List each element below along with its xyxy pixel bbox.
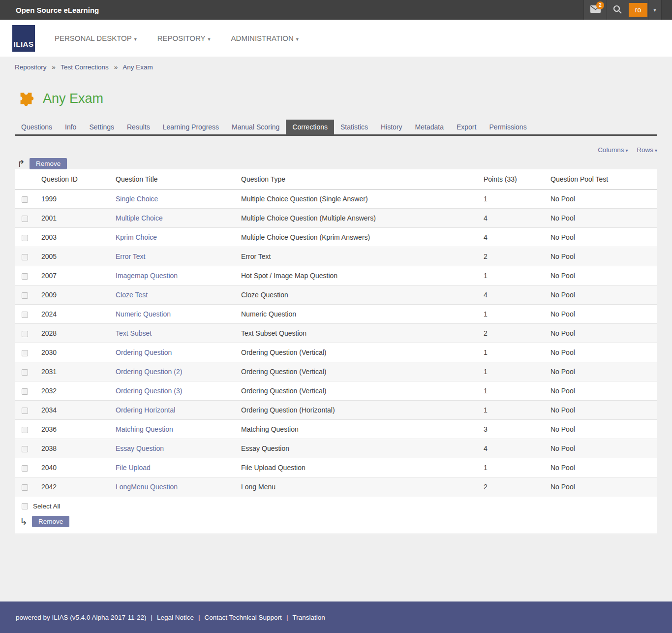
tab-learning-progress[interactable]: Learning Progress <box>156 120 225 134</box>
table-row: 1999Single ChoiceMultiple Choice Questio… <box>15 190 657 209</box>
user-menu-button[interactable]: ▾ <box>648 0 662 20</box>
question-title-link[interactable]: Multiple Choice <box>116 214 163 222</box>
footer-link-legal-notice[interactable]: Legal Notice <box>157 614 194 621</box>
page-title-row: Any Exam <box>15 89 657 108</box>
question-title-link[interactable]: Text Subset <box>116 329 152 337</box>
chevron-down-icon: ▾ <box>653 7 656 13</box>
question-title-link[interactable]: LongMenu Question <box>116 483 178 491</box>
footer-separator: | <box>151 614 153 621</box>
question-type: Long Menu <box>237 477 480 497</box>
question-pool: No Pool <box>547 209 657 228</box>
row-checkbox[interactable] <box>22 465 28 472</box>
row-checkbox[interactable] <box>22 235 28 241</box>
columns-dropdown[interactable]: Columns▾ <box>598 146 628 154</box>
row-checkbox[interactable] <box>22 196 28 203</box>
row-checkbox[interactable] <box>22 331 28 337</box>
question-id: 2028 <box>37 324 112 343</box>
question-pool: No Pool <box>547 458 657 477</box>
top-action-toolbar: ↱ Remove <box>15 158 657 169</box>
nav-repository[interactable]: REPOSITORY▾ <box>157 34 211 42</box>
row-checkbox[interactable] <box>22 388 28 395</box>
remove-button-top[interactable]: Remove <box>30 158 67 169</box>
search-icon <box>612 4 622 16</box>
question-points: 4 <box>480 209 547 228</box>
nav-personal-desktop[interactable]: PERSONAL DESKTOP▾ <box>55 34 137 42</box>
tab-history[interactable]: History <box>374 120 409 134</box>
question-points: 3 <box>480 420 547 439</box>
question-type: Error Text <box>237 247 480 266</box>
footer-link-contact-support[interactable]: Contact Technical Support <box>205 614 282 621</box>
table-row: 2038Essay QuestionEssay Question4No Pool <box>15 439 657 458</box>
col-question-title: Question Title <box>112 169 237 190</box>
app-title: Open Source eLearning <box>0 6 99 14</box>
remove-button-bottom[interactable]: Remove <box>32 516 69 527</box>
breadcrumb-repository[interactable]: Repository <box>15 63 47 71</box>
row-checkbox[interactable] <box>22 369 28 376</box>
ilias-logo[interactable]: ILIAS <box>12 25 35 52</box>
question-title-link[interactable]: Ordering Question (2) <box>116 368 182 376</box>
tab-metadata[interactable]: Metadata <box>409 120 450 134</box>
tab-corrections[interactable]: Corrections <box>286 120 334 134</box>
tab-info[interactable]: Info <box>59 120 83 134</box>
tab-statistics[interactable]: Statistics <box>334 120 374 134</box>
row-checkbox[interactable] <box>22 292 28 299</box>
user-avatar-button[interactable]: ro <box>628 0 648 20</box>
question-type: Ordering Question (Vertical) <box>237 381 480 401</box>
tab-bar: Questions Info Settings Results Learning… <box>15 120 657 136</box>
breadcrumb-any-exam[interactable]: Any Exam <box>122 63 153 71</box>
question-title-link[interactable]: File Upload <box>116 464 151 472</box>
select-all-label: Select All <box>33 503 61 510</box>
rows-dropdown[interactable]: Rows▾ <box>637 146 657 154</box>
col-question-type: Question Type <box>237 169 480 190</box>
row-checkbox[interactable] <box>22 446 28 452</box>
row-checkbox[interactable] <box>22 484 28 491</box>
tab-permissions[interactable]: Permissions <box>483 120 533 134</box>
question-title-link[interactable]: Single Choice <box>116 195 158 203</box>
question-type: Multiple Choice Question (Single Answer) <box>237 190 480 209</box>
tab-questions[interactable]: Questions <box>15 120 59 134</box>
table-row: 2009Cloze TestCloze Question4No Pool <box>15 285 657 305</box>
main-nav: PERSONAL DESKTOP▾ REPOSITORY▾ ADMINISTRA… <box>55 34 299 42</box>
footer-link-translation[interactable]: Translation <box>292 614 325 621</box>
question-id: 2003 <box>37 228 112 247</box>
nav-administration[interactable]: ADMINISTRATION▾ <box>231 34 299 42</box>
row-checkbox[interactable] <box>22 350 28 356</box>
row-checkbox[interactable] <box>22 216 28 222</box>
question-id: 2031 <box>37 362 112 381</box>
mail-button[interactable]: 2 <box>583 0 607 20</box>
tab-export[interactable]: Export <box>450 120 483 134</box>
question-pool: No Pool <box>547 477 657 497</box>
tab-results[interactable]: Results <box>121 120 156 134</box>
tab-settings[interactable]: Settings <box>83 120 121 134</box>
page-title: Any Exam <box>43 91 103 106</box>
breadcrumb-test-corrections[interactable]: Test Corrections <box>61 63 109 71</box>
question-title-link[interactable]: Kprim Choice <box>116 233 157 241</box>
search-button[interactable] <box>607 0 628 20</box>
question-title-link[interactable]: Matching Question <box>116 425 173 433</box>
question-pool: No Pool <box>547 228 657 247</box>
question-id: 2034 <box>37 401 112 420</box>
question-points: 1 <box>480 381 547 401</box>
row-checkbox[interactable] <box>22 254 28 260</box>
question-pool: No Pool <box>547 324 657 343</box>
question-title-link[interactable]: Ordering Question <box>116 348 172 356</box>
question-title-link[interactable]: Cloze Test <box>116 291 148 299</box>
row-checkbox[interactable] <box>22 427 28 433</box>
question-title-link[interactable]: Essay Question <box>116 444 164 452</box>
table-row: 2036Matching QuestionMatching Question3N… <box>15 420 657 439</box>
question-type: Hot Spot / Image Map Question <box>237 266 480 285</box>
question-title-link[interactable]: Ordering Horizontal <box>116 406 175 414</box>
questions-table: Question ID Question Title Question Type… <box>15 169 657 497</box>
select-all-checkbox[interactable] <box>22 503 28 509</box>
tab-manual-scoring[interactable]: Manual Scoring <box>225 120 286 134</box>
question-title-link[interactable]: Numeric Question <box>116 310 171 318</box>
question-title-link[interactable]: Ordering Question (3) <box>116 387 182 395</box>
row-checkbox[interactable] <box>22 312 28 318</box>
row-checkbox[interactable] <box>22 408 28 414</box>
question-title-link[interactable]: Error Text <box>116 253 145 260</box>
question-pool: No Pool <box>547 362 657 381</box>
row-checkbox[interactable] <box>22 273 28 280</box>
question-title-link[interactable]: Imagemap Question <box>116 272 178 280</box>
question-points: 1 <box>480 305 547 324</box>
question-points: 1 <box>480 401 547 420</box>
